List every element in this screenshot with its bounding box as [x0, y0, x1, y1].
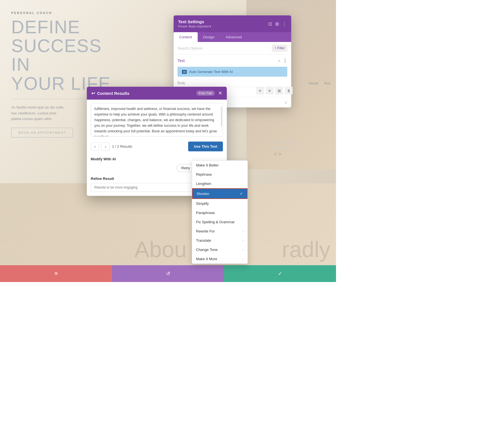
panel-title: Text Settings [178, 19, 211, 24]
cancel-button[interactable]: ✕ [0, 265, 112, 282]
align-left-icon[interactable]: ≡ [256, 87, 264, 95]
text-section-label: Text [178, 58, 185, 63]
prev-page-button[interactable]: ‹ [91, 142, 99, 151]
about-text: Abou [134, 237, 187, 262]
dropdown-item-paraphrase[interactable]: Paraphrase [192, 208, 248, 217]
dropdown-item-translate[interactable]: Translate › [192, 236, 248, 245]
split-icon[interactable]: ⊞ [275, 21, 279, 27]
next-page-button[interactable]: › [101, 142, 110, 151]
dropdown-item-lengthen[interactable]: Lengthen [192, 179, 248, 188]
back-arrow-icon[interactable]: ↩ [91, 91, 95, 96]
body-label: Body [174, 79, 291, 87]
dropdown-item-label: Fix Spelling & Grammar [196, 220, 235, 224]
chevron-right-icon: › [242, 230, 244, 233]
visual-label: Visual [308, 81, 318, 85]
cancel-icon: ✕ [54, 271, 58, 277]
dropdown-item-label: Paraphrase [196, 211, 215, 215]
checkmark-icon: ✓ [240, 191, 243, 196]
pagination-controls: ‹ › 1 / 2 Results [91, 142, 132, 151]
dropdown-item-label: Lengthen [196, 182, 211, 186]
shorten-dropdown-menu: Make It Better Rephrase Lengthen Shorten… [192, 160, 248, 264]
panel-header-left: Text Settings Preset: Body imported ▾ [178, 19, 211, 28]
dropdown-item-label: Change Tone [196, 248, 218, 252]
dropdown-item-label: Translate [196, 238, 211, 243]
appointment-button[interactable]: BOOK AN APPOINTMENT [11, 128, 73, 138]
ai-icon: AI [182, 70, 187, 74]
panel-tabs: Content Design Advanced [174, 32, 291, 42]
table-icon[interactable]: ⊞ [275, 87, 283, 95]
page-info: 1 / 2 Results [112, 144, 132, 149]
dropdown-item-fix-spelling[interactable]: Fix Spelling & Grammar [192, 217, 248, 227]
reset-button[interactable]: ↺ [112, 265, 224, 282]
tab-content[interactable]: Content [174, 32, 198, 42]
close-icon[interactable]: ✕ [218, 90, 222, 96]
dropdown-item-label: Shorten [197, 192, 209, 196]
accordion-chevron-2[interactable]: ∨ [284, 100, 287, 105]
fullscreen-icon[interactable]: ⊡ [268, 21, 272, 27]
dropdown-item-simplify[interactable]: Simplify [192, 199, 248, 208]
panel-header: Text Settings Preset: Body imported ▾ ⊡ … [174, 15, 291, 32]
small-text-preview: e a volutpat hac a platea cursus [274, 140, 295, 149]
more-section-icon[interactable]: ⋮ [283, 58, 287, 63]
dropdown-item-shorten[interactable]: Shorten ✓ [192, 188, 248, 199]
chevron-right-icon: › [242, 248, 244, 252]
modal-title: Content Results [97, 91, 129, 96]
panel-preset[interactable]: Preset: Body imported ▾ [178, 25, 211, 28]
dropdown-item-label: Rephrase [196, 172, 212, 177]
side-icons: ≡ ≡ ⊞ $ [256, 87, 293, 95]
dropdown-item-label: Rewrite For [196, 229, 215, 233]
tab-advanced[interactable]: Advanced [220, 32, 248, 42]
panel-header-icons: ⊡ ⊞ ⋮ [268, 21, 287, 27]
use-text-button[interactable]: Use This Text [188, 142, 223, 151]
filter-button[interactable]: + Filter [272, 45, 287, 51]
dropdown-item-label: Simplify [196, 201, 209, 206]
personal-coach-label: PERSONAL COACH [11, 11, 123, 15]
dropdown-item-label: Make It Better [196, 163, 219, 167]
panel-search: Search Options + Filter [174, 42, 291, 55]
hero-title: DEFINESUCCESS INYOUR LIFE [11, 18, 123, 93]
chevron-right-icon: › [242, 257, 244, 261]
circle-icon-2[interactable]: ○ [278, 151, 281, 157]
text-section: Text ∧ ⋮ [174, 55, 291, 67]
collapse-icon[interactable]: ∧ [278, 58, 281, 63]
dropdown-item-label: Make It More [196, 257, 217, 261]
confirm-button[interactable]: ✓ [224, 265, 336, 282]
ai-generate-button[interactable]: AI Auto Generate Text With AI [178, 67, 287, 77]
align-center-icon[interactable]: ≡ [266, 87, 274, 95]
text-label: Text [324, 81, 330, 85]
dropdown-item-rewrite-for[interactable]: Rewrite For › [192, 227, 248, 236]
modal-header: ↩ Content Results Free Trial ✕ [87, 87, 227, 100]
ai-btn-label: Auto Generate Text With AI [189, 70, 233, 74]
bottom-actions: ✕ ↺ ✓ [0, 265, 336, 282]
dollar-icon[interactable]: $ [285, 87, 293, 95]
dropdown-item-change-tone[interactable]: Change Tone › [192, 245, 248, 254]
modal-header-left: ↩ Content Results [91, 91, 129, 96]
confirm-icon: ✓ [278, 271, 282, 277]
free-trial-badge: Free Trial [196, 91, 215, 96]
dropdown-item-rephrase[interactable]: Rephrase [192, 170, 248, 179]
dropdown-item-make-better[interactable]: Make It Better [192, 161, 248, 170]
visual-text-area: Visual Text [308, 81, 330, 85]
modal-header-right: Free Trial ✕ [196, 90, 222, 96]
chevron-right-icon: › [242, 239, 244, 242]
more-icon[interactable]: ⋮ [282, 21, 287, 27]
gladly-text: radly [282, 237, 330, 262]
search-placeholder: Search Options [178, 46, 203, 50]
reset-icon: ↺ [166, 271, 170, 277]
circle-icon-1[interactable]: ○ [274, 151, 277, 157]
check-circle-icons: ○ ○ [274, 151, 281, 157]
scrollbar[interactable] [221, 107, 222, 126]
text-section-icons: ∧ ⋮ [278, 58, 287, 63]
dropdown-item-make-more[interactable]: Make It More › [192, 254, 248, 264]
alignment-icons: ≡ ≡ ⊞ $ [256, 87, 293, 95]
pagination-row: ‹ › 1 / 2 Results Use This Text [87, 139, 227, 154]
tab-design[interactable]: Design [198, 32, 220, 42]
content-text: fulfillment, improved health and wellnes… [91, 103, 223, 136]
content-text-area: fulfillment, improved health and wellnes… [91, 103, 223, 137]
